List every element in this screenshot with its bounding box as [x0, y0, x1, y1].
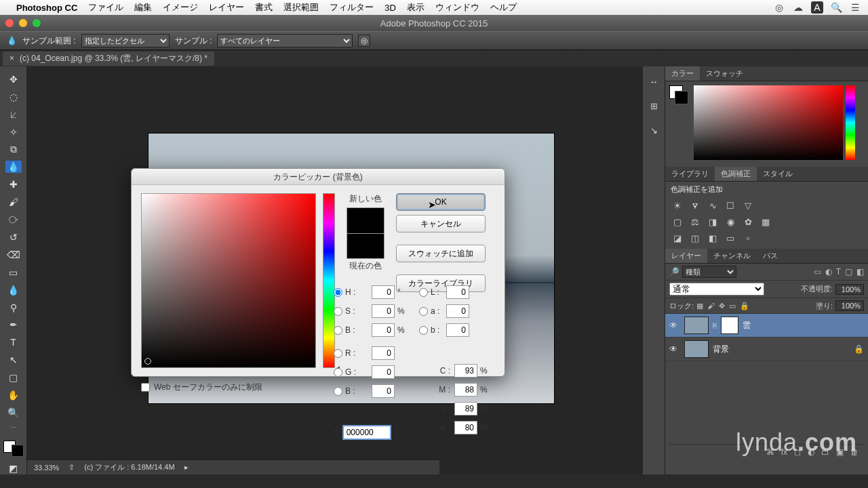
brightness-icon[interactable]: ☀ [671, 200, 684, 211]
c-input[interactable] [454, 364, 477, 378]
h-radio[interactable] [334, 288, 342, 297]
lock-all-icon[interactable]: 🔒 [740, 302, 749, 310]
layer-row-cloud[interactable]: 👁 ⎘ 雲 [665, 314, 868, 338]
r-radio[interactable] [334, 349, 342, 358]
filter-shape-icon[interactable]: ▢ [845, 267, 852, 277]
tab-swatches[interactable]: スウォッチ [700, 66, 749, 81]
info-panel-icon[interactable]: ↘ [647, 123, 660, 137]
filter-smart-icon[interactable]: ◧ [856, 267, 864, 277]
pen-tool[interactable]: ✒ [5, 319, 22, 331]
a-radio[interactable] [419, 307, 428, 316]
share-icon[interactable]: ⇪ [68, 463, 75, 472]
menu-view[interactable]: 表示 [407, 1, 425, 14]
menu-select[interactable]: 選択範囲 [283, 1, 319, 14]
layer-name[interactable]: 雲 [743, 320, 751, 331]
color-spectrum[interactable] [694, 85, 843, 160]
bv-input[interactable] [372, 323, 395, 337]
a-input[interactable] [446, 304, 469, 318]
sample-select[interactable]: すべてのレイヤー [217, 34, 353, 47]
ok-button[interactable]: ➤ OK [396, 193, 486, 211]
bv-radio[interactable] [334, 326, 342, 335]
lock-pos-icon[interactable]: ✥ [719, 302, 725, 310]
photo-filter-icon[interactable]: ◉ [724, 216, 737, 227]
tab-color[interactable]: カラー [665, 66, 700, 81]
link-icon[interactable]: ⎘ [713, 322, 717, 329]
layer-filter-select[interactable]: 種類 [682, 266, 736, 278]
doc-info[interactable]: (c) ファイル : 6.18M/14.4M [84, 462, 174, 472]
visibility-eye-icon[interactable]: 👁 [669, 321, 680, 330]
clone-tool[interactable]: ⧂ [5, 214, 22, 226]
menu-type[interactable]: 書式 [255, 1, 273, 14]
invert-icon[interactable]: ◪ [671, 232, 684, 243]
path-tool[interactable]: ↖ [5, 354, 22, 366]
menu-filter[interactable]: フィルター [330, 1, 374, 14]
visibility-eye-icon[interactable]: 👁 [669, 344, 680, 354]
lookup-icon[interactable]: ▦ [759, 216, 772, 227]
m-input[interactable] [454, 383, 477, 396]
eyedropper-tool[interactable]: 💧 [5, 161, 22, 173]
balance-icon[interactable]: ⚖ [688, 216, 702, 227]
menu-list-icon[interactable]: ☰ [849, 1, 861, 14]
lock-trans-icon[interactable]: ▦ [696, 302, 703, 310]
tab-layers[interactable]: レイヤー [665, 249, 707, 263]
magic-wand-tool[interactable]: ✧ [5, 126, 22, 138]
g-radio[interactable] [334, 368, 342, 377]
lasso-tool[interactable]: ⟀ [5, 108, 22, 121]
tab-close-icon[interactable]: × [9, 54, 14, 63]
current-color-swatch[interactable] [347, 233, 384, 259]
filter-search-icon[interactable]: 🔎 [669, 267, 679, 277]
web-safe-checkbox[interactable] [141, 383, 150, 392]
dodge-tool[interactable]: ⚲ [5, 302, 22, 314]
history-brush-tool[interactable]: ↺ [5, 231, 22, 243]
posterize-icon[interactable]: ◫ [688, 232, 702, 243]
hand-tool[interactable]: ✋ [5, 389, 22, 401]
menu-help[interactable]: ヘルプ [490, 1, 517, 14]
cancel-button[interactable]: キャンセル [396, 215, 486, 232]
threshold-icon[interactable]: ◧ [706, 232, 719, 243]
filter-adjust-icon[interactable]: ◐ [825, 267, 832, 277]
k-input[interactable] [454, 421, 477, 434]
shape-tool[interactable]: ▢ [5, 371, 22, 384]
layer-mask-thumb[interactable] [721, 317, 738, 334]
fill-value[interactable]: 100% [835, 300, 864, 311]
hue-icon[interactable]: ▢ [671, 216, 684, 227]
history-panel-icon[interactable]: ↔ [647, 75, 660, 88]
type-tool[interactable]: T [5, 336, 22, 348]
gradient-tool[interactable]: ▭ [5, 266, 22, 279]
hex-input[interactable] [342, 425, 391, 440]
filter-pixel-icon[interactable]: ▭ [814, 267, 821, 277]
menu-image[interactable]: イメージ [163, 1, 198, 14]
levels-icon[interactable]: ⛛ [688, 200, 702, 211]
background-color[interactable] [12, 445, 24, 457]
menu-edit[interactable]: 編集 [134, 1, 152, 14]
lock-paint-icon[interactable]: 🖌 [707, 302, 715, 310]
brush-tool[interactable]: 🖌 [5, 196, 22, 208]
spotlight-icon[interactable]: 🔍 [830, 1, 842, 14]
app-menu[interactable]: Photoshop CC [16, 3, 77, 13]
selective-icon[interactable]: ▫ [741, 232, 755, 243]
menu-layer[interactable]: レイヤー [209, 1, 244, 14]
properties-panel-icon[interactable]: ⊞ [647, 99, 660, 113]
zoom-tool[interactable]: 🔍 [5, 407, 22, 419]
tab-channels[interactable]: チャンネル [707, 249, 757, 263]
s-radio[interactable] [334, 307, 342, 316]
s-input[interactable] [372, 304, 395, 318]
layer-name[interactable]: 背景 [713, 344, 729, 355]
menu-window[interactable]: ウィンドウ [435, 1, 479, 14]
new-color-swatch[interactable] [347, 207, 384, 233]
menu-file[interactable]: ファイル [88, 1, 123, 14]
layer-thumb[interactable] [684, 317, 709, 334]
opacity-value[interactable]: 100% [835, 284, 864, 295]
lock-artboard-icon[interactable]: ▭ [729, 302, 736, 310]
curves-icon[interactable]: ∿ [706, 200, 719, 211]
sample-ring-icon[interactable]: ◎ [358, 35, 370, 47]
record-icon[interactable]: ◎ [773, 1, 785, 14]
sample-range-select[interactable]: 指定したピクセル [81, 34, 170, 47]
mixer-icon[interactable]: ✿ [741, 216, 755, 227]
g-input[interactable] [372, 365, 395, 379]
lab-b-input[interactable] [446, 323, 469, 337]
text-a-icon[interactable]: A [811, 1, 823, 14]
exposure-icon[interactable]: ☐ [724, 200, 737, 211]
info-flyout-icon[interactable]: ▸ [184, 463, 189, 472]
canvas-area[interactable]: カラーピッカー (背景色) 新しい色 現在の色 [27, 66, 643, 474]
